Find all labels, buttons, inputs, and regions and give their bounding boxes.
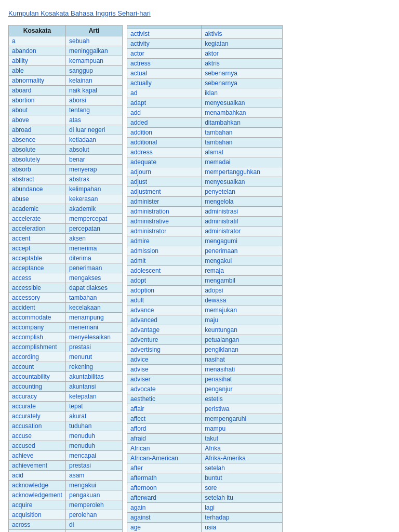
translation-cell: tentang: [65, 105, 122, 115]
translation-cell: aborsi: [65, 95, 122, 105]
table-row: accountingakuntansi: [9, 381, 123, 391]
word-cell: actress: [127, 58, 202, 68]
table-row: adviserpenasihat: [127, 374, 283, 384]
translation-cell: penganjur: [202, 384, 283, 394]
translation-cell: penerimaan: [202, 246, 283, 256]
table-row: advertisingpengiklanan: [127, 344, 283, 354]
table-row: actuallysebenarnya: [127, 78, 283, 88]
table-row: administrativeadministratif: [127, 216, 283, 226]
table-row: abusekekerasan: [9, 194, 123, 204]
translation-cell: ketiadaan: [65, 135, 122, 144]
table-row: acidasam: [9, 470, 123, 480]
translation-cell: kelimpahan: [65, 184, 122, 194]
table-row: accuratetepat: [9, 401, 123, 411]
word-cell: abuse: [9, 194, 66, 204]
translation-cell: mencapai: [65, 450, 122, 460]
translation-cell: takut: [202, 433, 283, 443]
table-row: academicakademik: [9, 204, 123, 214]
table-row: addedditambahkan: [127, 117, 283, 127]
translation-cell: rekening: [65, 362, 122, 371]
table-row: aftersetelah: [127, 463, 283, 473]
word-cell: advantage: [127, 325, 202, 335]
word-cell: African-American: [127, 453, 202, 463]
table-row: absenceketiadaan: [9, 135, 123, 144]
translation-cell: setelah itu: [202, 493, 283, 502]
word-cell: absolutely: [9, 154, 66, 164]
word-cell: African: [127, 443, 202, 453]
table-row: accomplishmenyelesaikan: [9, 332, 123, 342]
translation-cell: tambahan: [202, 137, 283, 147]
translation-cell: mempertangguhkan: [202, 167, 283, 177]
translation-cell: tepat: [65, 401, 122, 411]
table-row: abroaddi luar negeri: [9, 125, 123, 135]
word-cell: aesthetic: [127, 394, 202, 404]
table-row: accuracyketepatan: [9, 391, 123, 401]
word-cell: additional: [127, 137, 202, 147]
table-row: accelerationpercepatan: [9, 223, 123, 233]
word-cell: accomplish: [9, 332, 66, 342]
word-cell: acknowledgement: [9, 490, 66, 500]
table-row: admiremengagumi: [127, 236, 283, 246]
table-row: againstterhadap: [127, 512, 283, 522]
table-row: acceptmenerima: [9, 243, 123, 253]
word-cell: adviser: [127, 374, 202, 384]
translation-cell: kekerasan: [65, 194, 122, 204]
translation-cell: aksen: [65, 233, 122, 243]
word-cell: acid: [9, 470, 66, 480]
table-row: actressaktris: [127, 58, 283, 68]
word-cell: adjust: [127, 177, 202, 187]
right-col-header-1: [127, 25, 202, 29]
table-row: afraidtakut: [127, 433, 283, 443]
table-row: AfricanAfrika: [127, 443, 283, 453]
translation-cell: diterima: [65, 253, 122, 263]
translation-cell: setelah: [202, 463, 283, 473]
table-row: activistaktivis: [127, 29, 283, 38]
word-cell: accept: [9, 243, 66, 253]
word-cell: administer: [127, 196, 202, 206]
table-row: actoraktor: [127, 48, 283, 58]
table-row: afternoonsore: [127, 483, 283, 493]
translation-cell: tambahan: [65, 292, 122, 302]
word-cell: accident: [9, 302, 66, 312]
translation-cell: percepatan: [65, 223, 122, 233]
translation-cell: akuntabilitas: [65, 371, 122, 381]
translation-cell: aktivis: [202, 29, 283, 38]
translation-cell: menurut: [65, 352, 122, 362]
translation-cell: administratif: [202, 216, 283, 226]
translation-cell: mengakses: [65, 273, 122, 283]
translation-cell: Afrika-Amerika: [202, 453, 283, 463]
word-cell: adjustment: [127, 187, 202, 196]
translation-cell: maju: [202, 315, 283, 325]
word-cell: aboard: [9, 85, 66, 95]
table-row: admissionpenerimaan: [127, 246, 283, 256]
table-row: actbertindak: [9, 529, 123, 532]
translation-cell: menuduh: [65, 441, 122, 450]
word-cell: acceptance: [9, 263, 66, 273]
word-cell: above: [9, 115, 66, 125]
right-col-header-2: [202, 25, 283, 29]
word-cell: afford: [127, 423, 202, 433]
table-row: abilitykemampuan: [9, 56, 123, 65]
word-cell: absolute: [9, 144, 66, 154]
table-row: adaptmenyesuaikan: [127, 98, 283, 108]
word-cell: afternoon: [127, 483, 202, 493]
page-title: Kumpulan Kosakata Bahasa Inggris Sehari-…: [8, 8, 391, 19]
table-row: administratoradministrator: [127, 226, 283, 236]
word-cell: accounting: [9, 381, 66, 391]
translation-cell: estetis: [202, 394, 283, 404]
table-row: accusedmenuduh: [9, 441, 123, 450]
translation-cell: menasihati: [202, 364, 283, 374]
word-cell: accountability: [9, 371, 66, 381]
translation-cell: mengambil: [202, 275, 283, 285]
translation-cell: bertindak: [65, 529, 122, 532]
table-row: acceptablediterima: [9, 253, 123, 263]
table-row: activitykegiatan: [127, 38, 283, 48]
word-cell: admission: [127, 246, 202, 256]
word-cell: ad: [127, 88, 202, 98]
translation-cell: alamat: [202, 147, 283, 157]
translation-cell: menyesuaikan: [202, 98, 283, 108]
table-row: acceptancepenerimaan: [9, 263, 123, 273]
word-cell: accent: [9, 233, 66, 243]
translation-cell: peristiwa: [202, 404, 283, 414]
table-row: acknowledgemengakui: [9, 480, 123, 490]
